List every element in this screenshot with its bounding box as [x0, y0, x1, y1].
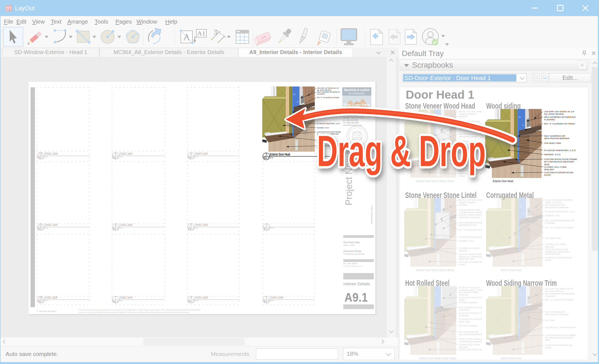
svg-text:Drag & Drop: Drag & Drop: [317, 126, 486, 175]
